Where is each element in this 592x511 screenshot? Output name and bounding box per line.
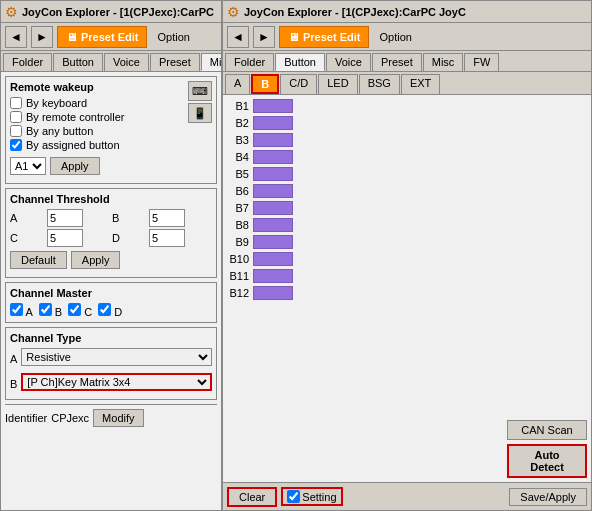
master-c-label[interactable]: C [68, 303, 92, 318]
wakeup-icon-2[interactable]: 📱 [188, 103, 212, 123]
subtab-led[interactable]: LED [318, 74, 357, 94]
setting-checkbox[interactable] [287, 490, 300, 503]
assigned-row: A1 Apply [10, 157, 212, 175]
channel-type-title: Channel Type [10, 332, 212, 344]
b2-color-bar[interactable] [253, 116, 293, 130]
list-item: B7 [227, 201, 499, 215]
b5-color-bar[interactable] [253, 167, 293, 181]
master-a-checkbox[interactable] [10, 303, 23, 316]
list-item: B2 [227, 116, 499, 130]
modify-button[interactable]: Modify [93, 409, 143, 427]
auto-detect-button[interactable]: Auto Detect [507, 444, 587, 478]
tab-folder-right[interactable]: Folder [225, 53, 274, 71]
master-b-label[interactable]: B [39, 303, 62, 318]
back-button-left[interactable]: ◄ [5, 26, 27, 48]
by-assigned-checkbox[interactable] [10, 139, 22, 151]
master-c-checkbox[interactable] [68, 303, 81, 316]
preset-edit-icon: 🖥 [66, 31, 77, 43]
back-button-right[interactable]: ◄ [227, 26, 249, 48]
left-content: Remote wakeup By keyboard By remote cont… [1, 72, 221, 510]
thresh-d-input[interactable] [149, 229, 185, 247]
by-any-row: By any button [10, 125, 188, 137]
preset-edit-button-left[interactable]: 🖥 Preset Edit [57, 26, 147, 48]
threshold-apply-button[interactable]: Apply [71, 251, 121, 269]
tab-preset-left[interactable]: Preset [150, 53, 200, 71]
save-apply-button[interactable]: Save/Apply [509, 488, 587, 506]
subtab-bsg[interactable]: BSG [359, 74, 400, 94]
list-item: B12 [227, 286, 499, 300]
channel-threshold-title: Channel Threshold [10, 193, 212, 205]
tab-voice-left[interactable]: Voice [104, 53, 149, 71]
thresh-b-input[interactable] [149, 209, 185, 227]
b6-label: B6 [227, 185, 249, 197]
by-keyboard-checkbox[interactable] [10, 97, 22, 109]
preset-edit-icon-right: 🖥 [288, 31, 299, 43]
b4-color-bar[interactable] [253, 150, 293, 164]
right-title: JoyCon Explorer - [1(CPJexc):CarPC JoyC [244, 6, 466, 18]
channel-b-select[interactable]: [P Ch]Key Matrix 3x4 [21, 373, 212, 391]
master-a-label[interactable]: A [10, 303, 33, 318]
right-controls: CAN Scan Auto Detect [503, 95, 591, 482]
b6-color-bar[interactable] [253, 184, 293, 198]
by-any-checkbox[interactable] [10, 125, 22, 137]
button-grid-area: B1 B2 B3 B4 B5 B6 [223, 95, 591, 482]
b7-color-bar[interactable] [253, 201, 293, 215]
thresh-c-input[interactable] [47, 229, 83, 247]
b9-color-bar[interactable] [253, 235, 293, 249]
forward-button-right[interactable]: ► [253, 26, 275, 48]
master-d-checkbox[interactable] [98, 303, 111, 316]
can-scan-button[interactable]: CAN Scan [507, 420, 587, 440]
channel-a-select[interactable]: Resistive [21, 348, 212, 366]
by-any-label: By any button [26, 125, 93, 137]
b11-color-bar[interactable] [253, 269, 293, 283]
option-button-right[interactable]: Option [373, 26, 417, 48]
b10-color-bar[interactable] [253, 252, 293, 266]
master-d-label[interactable]: D [98, 303, 122, 318]
subtab-ext[interactable]: EXT [401, 74, 440, 94]
b8-color-bar[interactable] [253, 218, 293, 232]
channel-master-title: Channel Master [10, 287, 212, 299]
option-button-left[interactable]: Option [151, 26, 195, 48]
left-title-bar: ⚙ JoyCon Explorer - [1(CPJexc):CarPC Joy… [1, 1, 221, 23]
tab-misc-left[interactable]: Misc [201, 53, 222, 71]
b3-label: B3 [227, 134, 249, 146]
wakeup-apply-button[interactable]: Apply [50, 157, 100, 175]
tab-button-right[interactable]: Button [275, 53, 325, 71]
by-keyboard-label: By keyboard [26, 97, 87, 109]
list-item: B3 [227, 133, 499, 147]
tab-folder-left[interactable]: Folder [3, 53, 52, 71]
preset-edit-button-right[interactable]: 🖥 Preset Edit [279, 26, 369, 48]
wakeup-icon-1[interactable]: ⌨ [188, 81, 212, 101]
master-b-checkbox[interactable] [39, 303, 52, 316]
assigned-select[interactable]: A1 [10, 157, 46, 175]
forward-button-left[interactable]: ► [31, 26, 53, 48]
thresh-d-label: D [112, 232, 147, 244]
subtab-a[interactable]: A [225, 74, 250, 94]
subtab-b[interactable]: B [251, 74, 279, 94]
b12-color-bar[interactable] [253, 286, 293, 300]
remote-wakeup-section: Remote wakeup By keyboard By remote cont… [5, 76, 217, 184]
right-panel: ⚙ JoyCon Explorer - [1(CPJexc):CarPC Joy… [222, 0, 592, 511]
threshold-default-button[interactable]: Default [10, 251, 67, 269]
tab-fw-right[interactable]: FW [464, 53, 499, 71]
tab-preset-right[interactable]: Preset [372, 53, 422, 71]
list-item: B8 [227, 218, 499, 232]
b3-color-bar[interactable] [253, 133, 293, 147]
clear-button[interactable]: Clear [227, 487, 277, 507]
list-item: B6 [227, 184, 499, 198]
list-item: B9 [227, 235, 499, 249]
b1-color-bar[interactable] [253, 99, 293, 113]
channel-master-checkboxes: A B C D [10, 303, 212, 318]
thresh-b-label: B [112, 212, 147, 224]
b7-label: B7 [227, 202, 249, 214]
tab-voice-right[interactable]: Voice [326, 53, 371, 71]
channel-b-label: B [10, 378, 17, 390]
setting-checkbox-group: Setting [281, 487, 342, 506]
left-tab-bar: Folder Button Voice Preset Misc FW [1, 51, 221, 72]
list-item: B10 [227, 252, 499, 266]
by-remote-checkbox[interactable] [10, 111, 22, 123]
subtab-cd[interactable]: C/D [280, 74, 317, 94]
thresh-a-input[interactable] [47, 209, 83, 227]
tab-misc-right[interactable]: Misc [423, 53, 464, 71]
tab-button-left[interactable]: Button [53, 53, 103, 71]
